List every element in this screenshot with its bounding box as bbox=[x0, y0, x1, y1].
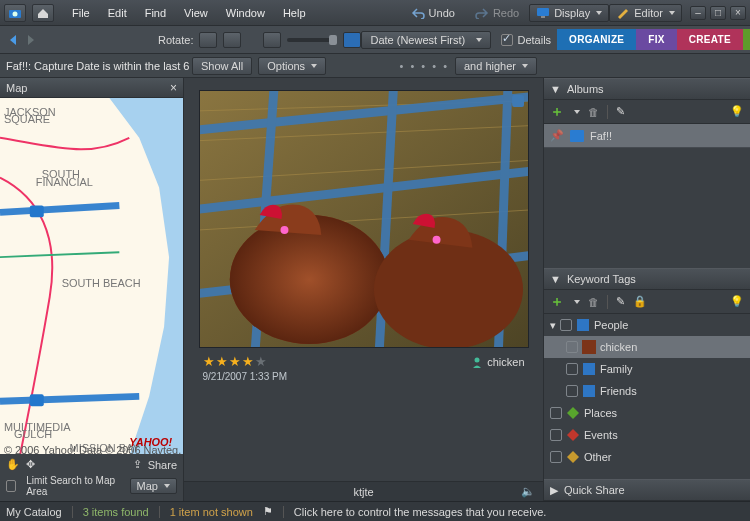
thumb-large-button[interactable] bbox=[343, 32, 361, 48]
rating-filter-stars[interactable]: • • • • • bbox=[400, 60, 449, 72]
undo-button[interactable]: Undo bbox=[405, 5, 461, 21]
people-tag-icon bbox=[576, 318, 590, 332]
new-tag-icon[interactable]: ＋ bbox=[550, 293, 564, 311]
rotate-right-button[interactable] bbox=[223, 32, 241, 48]
star-icon[interactable]: ★ bbox=[216, 354, 228, 369]
audio-icon[interactable]: 🔈 bbox=[521, 485, 535, 498]
svg-text:SQUARE: SQUARE bbox=[4, 113, 50, 125]
rotate-left-button[interactable] bbox=[199, 32, 217, 48]
events-tag-icon bbox=[566, 428, 580, 442]
tag-checkbox[interactable] bbox=[566, 385, 578, 397]
expand-icon: ▼ bbox=[550, 273, 561, 285]
window-maximize[interactable]: □ bbox=[710, 6, 726, 20]
tag-other[interactable]: Other bbox=[544, 446, 750, 468]
menu-window[interactable]: Window bbox=[218, 4, 273, 22]
tag-chicken[interactable]: chicken bbox=[544, 336, 750, 358]
tag-checkbox[interactable] bbox=[566, 341, 578, 353]
tag-checkbox[interactable] bbox=[550, 407, 562, 419]
window-minimize[interactable]: – bbox=[690, 6, 706, 20]
svg-rect-3 bbox=[541, 16, 545, 18]
tag-checkbox[interactable] bbox=[560, 319, 572, 331]
move-tool-icon[interactable]: ✥ bbox=[26, 458, 35, 471]
caption-text[interactable]: ktjte bbox=[353, 486, 373, 498]
map-type-dropdown[interactable]: Map bbox=[130, 478, 177, 494]
share-map-icon[interactable]: ⇪ bbox=[133, 458, 142, 471]
tab-organize[interactable]: ORGANIZE bbox=[557, 29, 636, 50]
quickshare-header[interactable]: ▶Quick Share bbox=[544, 479, 750, 501]
edit-tag-icon[interactable]: ✎ bbox=[616, 295, 625, 308]
star-icon[interactable]: ★ bbox=[203, 354, 215, 369]
menu-find[interactable]: Find bbox=[137, 4, 174, 22]
tag-checkbox[interactable] bbox=[550, 451, 562, 463]
details-checkbox[interactable]: Details bbox=[501, 34, 551, 46]
status-notshown: 1 item not shown bbox=[170, 506, 253, 518]
status-message[interactable]: Click here to control the messages that … bbox=[294, 506, 547, 518]
hand-tool-icon[interactable]: ✋ bbox=[6, 458, 20, 471]
camera-icon[interactable] bbox=[4, 4, 26, 22]
limit-search-checkbox[interactable] bbox=[6, 480, 16, 492]
svg-text:SOUTH BEACH: SOUTH BEACH bbox=[62, 277, 141, 289]
star-icon[interactable]: ★ bbox=[229, 354, 241, 369]
keywords-header[interactable]: ▼Keyword Tags bbox=[544, 268, 750, 290]
albums-header[interactable]: ▼Albums bbox=[544, 78, 750, 100]
tab-fix[interactable]: FIX bbox=[636, 29, 676, 50]
options-dropdown[interactable]: Options bbox=[258, 57, 326, 75]
filter-bar: Faf!!: Capture Date is within the last 6… bbox=[0, 54, 750, 78]
status-flag-icon[interactable]: ⚑ bbox=[263, 505, 273, 518]
tab-share[interactable]: SHARE bbox=[743, 29, 750, 50]
map-panel-close-icon[interactable]: × bbox=[170, 81, 177, 95]
tag-friends[interactable]: Friends bbox=[544, 380, 750, 402]
thumb-small-button[interactable] bbox=[263, 32, 281, 48]
window-close[interactable]: × bbox=[730, 6, 746, 20]
tag-checkbox[interactable] bbox=[550, 429, 562, 441]
editor-dropdown[interactable]: Editor bbox=[609, 4, 682, 22]
tip-icon[interactable]: 💡 bbox=[730, 105, 744, 118]
star-icon[interactable]: ★ bbox=[255, 354, 267, 369]
thumb-size-slider[interactable] bbox=[287, 38, 337, 42]
rating-filter-mode[interactable]: and higher bbox=[455, 57, 537, 75]
svg-point-31 bbox=[280, 226, 288, 234]
forward-button[interactable] bbox=[22, 30, 38, 50]
albums-toolbar: ＋ 🗑 ✎ 💡 bbox=[544, 100, 750, 124]
back-button[interactable] bbox=[6, 30, 22, 50]
tag-places[interactable]: Places bbox=[544, 402, 750, 424]
people-tag-icon bbox=[582, 384, 596, 398]
sort-dropdown[interactable]: Date (Newest First) bbox=[361, 31, 491, 49]
tag-checkbox[interactable] bbox=[566, 363, 578, 375]
svg-text:GULCH: GULCH bbox=[14, 428, 52, 440]
tab-create[interactable]: CREATE bbox=[677, 29, 743, 50]
photo-card[interactable]: ★ ★ ★ ★ ★ chicken 9/21/2007 1:33 PM bbox=[199, 90, 529, 386]
lock-icon[interactable]: 🔒 bbox=[633, 295, 647, 308]
rating-row: ★ ★ ★ ★ ★ chicken bbox=[199, 348, 529, 371]
new-album-icon[interactable]: ＋ bbox=[550, 103, 564, 121]
star-icon[interactable]: ★ bbox=[242, 354, 254, 369]
trash-icon[interactable]: 🗑 bbox=[588, 106, 599, 118]
tag-people[interactable]: ▾People bbox=[544, 314, 750, 336]
tag-chip[interactable]: chicken bbox=[471, 356, 524, 368]
map-canvas[interactable]: JACKSONSQUARE SOUTHFINANCIAL SOUTH BEACH… bbox=[0, 98, 183, 454]
status-catalog[interactable]: My Catalog bbox=[6, 506, 62, 518]
menu-view[interactable]: View bbox=[176, 4, 216, 22]
show-all-button[interactable]: Show All bbox=[192, 57, 252, 75]
home-icon[interactable] bbox=[32, 4, 54, 22]
svg-point-33 bbox=[432, 236, 440, 244]
tag-family[interactable]: Family bbox=[544, 358, 750, 380]
collapse-icon[interactable]: ▾ bbox=[550, 319, 556, 332]
svg-rect-39 bbox=[583, 363, 595, 375]
edit-album-icon[interactable]: ✎ bbox=[616, 105, 625, 118]
menu-help[interactable]: Help bbox=[275, 4, 314, 22]
album-item[interactable]: 📌 Faf!! bbox=[544, 124, 750, 148]
rotate-label: Rotate: bbox=[158, 34, 193, 46]
display-dropdown[interactable]: Display bbox=[529, 4, 609, 22]
photo-thumbnail[interactable] bbox=[199, 90, 529, 348]
limit-search-label: Limit Search to Map Area bbox=[26, 475, 117, 497]
trash-icon[interactable]: 🗑 bbox=[588, 296, 599, 308]
redo-button[interactable]: Redo bbox=[469, 5, 525, 21]
status-found: 3 items found bbox=[83, 506, 149, 518]
tag-events[interactable]: Events bbox=[544, 424, 750, 446]
places-tag-icon bbox=[566, 406, 580, 420]
menu-edit[interactable]: Edit bbox=[100, 4, 135, 22]
main-menu: File Edit Find View Window Help bbox=[64, 4, 314, 22]
menu-file[interactable]: File bbox=[64, 4, 98, 22]
tip-icon[interactable]: 💡 bbox=[730, 295, 744, 308]
